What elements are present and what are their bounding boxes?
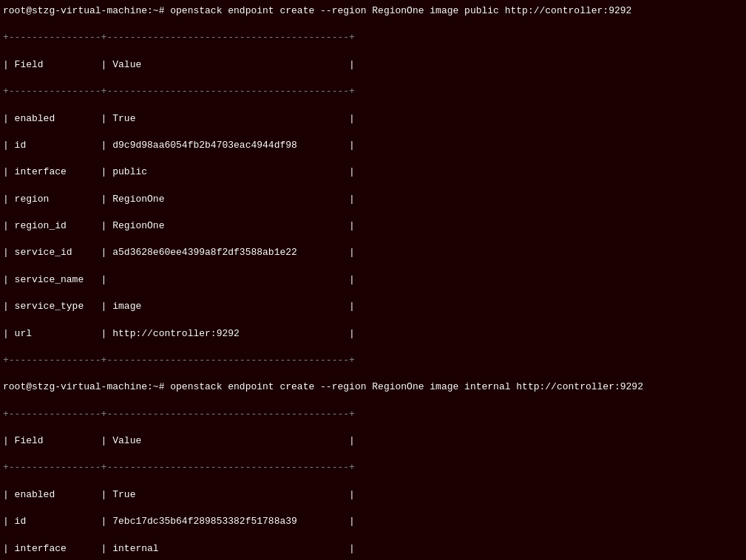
table-row-0-2: | interface | public | [3,165,743,179]
separator-top-1: +----------------+----------------------… [3,408,743,421]
table-row-0-3: | region | RegionOne | [3,193,743,206]
table-row-0-6: | service_name | | [3,273,743,287]
table-row-0-1: | id | d9c9d98aa6054fb2b4703eac4944df98 … [3,139,743,152]
table-row-0-0: | enabled | True | [3,112,743,126]
command-line-0: root@stzg-virtual-machine:~# openstack e… [3,4,743,18]
table-row-0-8: | url | http://controller:9292 | [3,327,743,341]
table-row-0-7: | service_type | image | [3,300,743,313]
terminal-window: root@stzg-virtual-machine:~# openstack e… [0,3,746,560]
table-row-1-2: | interface | internal | [3,542,743,556]
separator-bot-0: +----------------+----------------------… [3,354,743,367]
command-line-1: root@stzg-virtual-machine:~# openstack e… [3,380,743,394]
separator-mid-0: +----------------+----------------------… [3,85,743,98]
separator-top-0: +----------------+----------------------… [3,31,743,44]
table-row-0-4: | region_id | RegionOne | [3,219,743,233]
table-header-1: | Field | Value | [3,434,743,448]
separator-mid-1: +----------------+----------------------… [3,461,743,474]
table-row-0-5: | service_id | a5d3628e60ee4399a8f2df358… [3,246,743,259]
table-row-1-0: | enabled | True | [3,488,743,502]
table-row-1-1: | id | 7ebc17dc35b64f289853382f51788a39 … [3,515,743,528]
table-header-0: | Field | Value | [3,58,743,72]
